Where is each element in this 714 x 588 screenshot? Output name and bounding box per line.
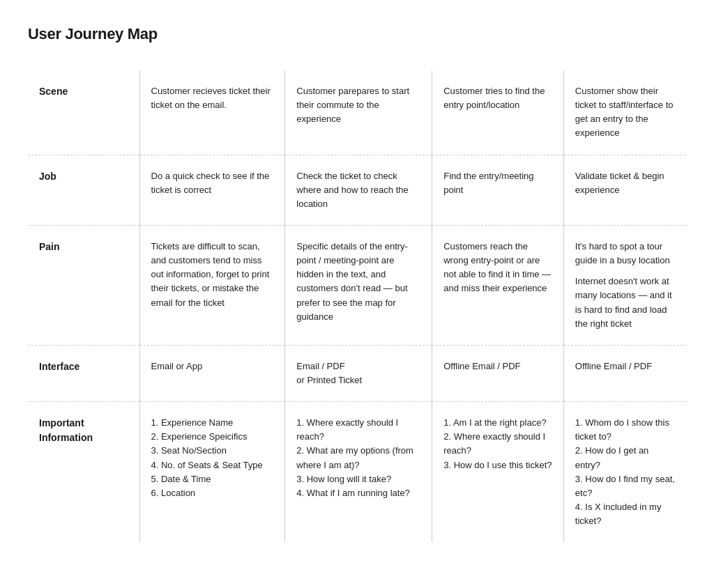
table-cell: 1. Whom do I show this ticket to?2. How … — [563, 402, 686, 543]
table-cell: Customer parepares to start their commut… — [285, 70, 432, 155]
table-row: JobDo a quick check to see if the ticket… — [28, 155, 686, 225]
table-cell: Customer tries to find the entry point/l… — [432, 70, 564, 155]
table-row: PainTickets are difficult to scan, and c… — [28, 225, 686, 345]
cell-content: Check the ticket to check where and how … — [296, 169, 420, 211]
cell-content: 1. Whom do I show this ticket to?2. How … — [575, 416, 675, 528]
table-cell: Email / PDFor Printed Ticket — [285, 345, 432, 401]
cell-content: Tickets are difficult to scan, and custo… — [151, 240, 274, 310]
cell-content: Offline Email / PDF — [575, 359, 675, 373]
cell-content: Email / PDFor Printed Ticket — [296, 359, 420, 387]
cell-content: 1. Am I at the right place?2. Where exac… — [443, 416, 552, 472]
table-row: Important Information1. Experience Name2… — [28, 402, 686, 543]
cell-content: Do a quick check to see if the ticket is… — [151, 169, 274, 197]
row-label: Pain — [28, 225, 139, 345]
cell-content: Customers reach the wrong entry-point or… — [443, 240, 552, 296]
table-cell: Validate ticket & begin experience — [563, 155, 686, 225]
table-cell: 1. Where exactly should I reach?2. What … — [285, 402, 432, 543]
table-row: SceneCustomer recieves ticket their tick… — [28, 70, 686, 155]
cell-content: Customer tries to find the entry point/l… — [443, 84, 552, 112]
table-cell: Find the entry/meeting point — [432, 155, 564, 225]
cell-content: Specific details of the entry-point / me… — [296, 240, 420, 324]
journey-map-table: SceneCustomer recieves ticket their tick… — [28, 70, 686, 542]
table-cell: Customer recieves ticket their ticket on… — [139, 70, 285, 155]
table-row: InterfaceEmail or AppEmail / PDFor Print… — [28, 345, 686, 401]
cell-content: Customer show their ticket to staff/inte… — [575, 84, 675, 141]
cell-content: 1. Experience Name2. Experience Speicifi… — [151, 416, 274, 500]
table-cell: Do a quick check to see if the ticket is… — [139, 155, 285, 225]
cell-content: Offline Email / PDF — [443, 359, 552, 373]
table-cell: Email or App — [139, 345, 285, 401]
table-cell: Tickets are difficult to scan, and custo… — [139, 225, 285, 345]
table-cell: Check the ticket to check where and how … — [285, 155, 432, 225]
table-cell: Specific details of the entry-point / me… — [285, 225, 432, 345]
row-label: Job — [28, 155, 139, 225]
cell-content: Validate ticket & begin experience — [575, 169, 675, 197]
table-cell: Offline Email / PDF — [432, 345, 564, 401]
table-cell: 1. Experience Name2. Experience Speicifi… — [139, 402, 285, 543]
table-cell: Customers reach the wrong entry-point or… — [432, 225, 564, 345]
row-label: Scene — [28, 70, 139, 155]
table-cell: It's hard to spot a tour guide in a busy… — [563, 225, 686, 345]
table-cell: Offline Email / PDF — [563, 345, 686, 401]
page-title: User Journey Map — [28, 22, 686, 45]
row-label: Important Information — [28, 402, 139, 543]
cell-content: Find the entry/meeting point — [443, 169, 552, 197]
cell-content: Customer recieves ticket their ticket on… — [151, 84, 274, 112]
table-cell: 1. Am I at the right place?2. Where exac… — [432, 402, 564, 543]
cell-content: It's hard to spot a tour guide in a busy… — [575, 240, 675, 331]
cell-content: Customer parepares to start their commut… — [296, 84, 420, 126]
cell-content: 1. Where exactly should I reach?2. What … — [296, 416, 420, 500]
row-label: Interface — [28, 345, 139, 401]
cell-content: Email or App — [151, 359, 274, 373]
table-cell: Customer show their ticket to staff/inte… — [563, 70, 686, 155]
